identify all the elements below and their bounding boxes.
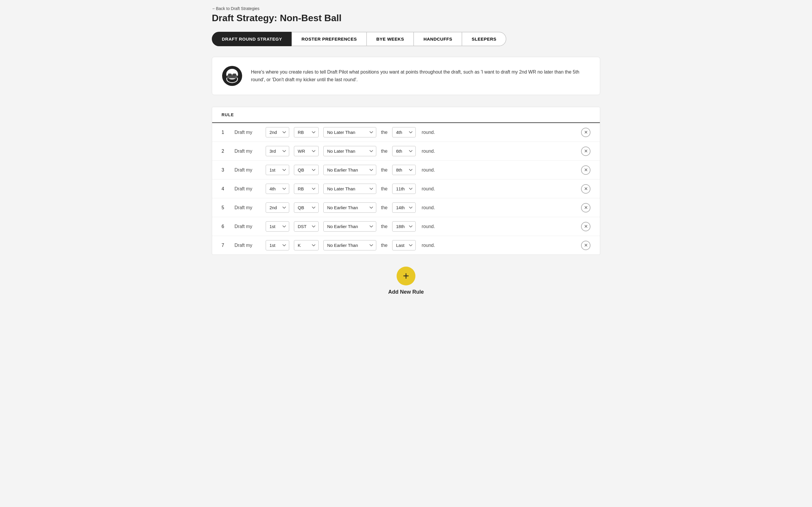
rule-1-condition-select[interactable]: No Later ThanNo Earlier Than (323, 127, 376, 137)
rule-7-position-select[interactable]: QBRBWRTEKDSTFLEX (294, 240, 318, 250)
draft-my-label: Draft my (234, 167, 261, 173)
rule-number: 1 (222, 130, 230, 135)
the-label: the (381, 205, 388, 210)
rule-5-round-select[interactable]: 1st2nd3rd4th5th6th7th8th9th10th11th12th1… (392, 203, 416, 213)
rule-number: 3 (222, 167, 230, 173)
rule-2-round-select[interactable]: 1st2nd3rd4th5th6th7th8th9th10th11th12th1… (392, 146, 416, 156)
rule-4-condition-select[interactable]: No Later ThanNo Earlier Than (323, 184, 376, 194)
rule-number: 6 (222, 224, 230, 229)
tab-roster-preferences[interactable]: ROSTER PREFERENCES (292, 32, 366, 46)
add-rule-button[interactable]: + (397, 267, 415, 285)
rule-row: 6Draft my1st2nd3rd4th5th6th7th8th9th10th… (212, 217, 600, 236)
rule-1-ordinal-select[interactable]: 1st2nd3rd4th5th6th7th8th9th10th (266, 127, 289, 137)
round-label: round. (422, 167, 435, 173)
rule-6-delete-button[interactable]: ✕ (581, 222, 590, 231)
rule-7-condition-select[interactable]: No Later ThanNo Earlier Than (323, 240, 376, 250)
rule-4-delete-button[interactable]: ✕ (581, 184, 590, 193)
the-label: the (381, 186, 388, 191)
page-title: Draft Strategy: Non-Best Ball (212, 13, 600, 23)
rules-header: RULE (212, 107, 600, 123)
rule-4-ordinal-select[interactable]: 1st2nd3rd4th5th6th7th8th9th10th (266, 184, 289, 194)
tabs-row: DRAFT ROUND STRATEGYROSTER PREFERENCESBY… (212, 32, 600, 46)
draft-my-label: Draft my (234, 205, 261, 210)
rule-4-round-select[interactable]: 1st2nd3rd4th5th6th7th8th9th10th11th12th1… (392, 184, 416, 194)
rule-2-delete-button[interactable]: ✕ (581, 147, 590, 156)
rule-5-condition-select[interactable]: No Later ThanNo Earlier Than (323, 203, 376, 213)
rules-list: 1Draft my1st2nd3rd4th5th6th7th8th9th10th… (212, 123, 600, 255)
rule-row: 1Draft my1st2nd3rd4th5th6th7th8th9th10th… (212, 123, 600, 142)
rule-number: 5 (222, 205, 230, 210)
tab-draft-round-strategy[interactable]: DRAFT ROUND STRATEGY (212, 32, 292, 46)
rule-1-round-select[interactable]: 1st2nd3rd4th5th6th7th8th9th10th11th12th1… (392, 127, 416, 137)
rule-6-condition-select[interactable]: No Later ThanNo Earlier Than (323, 221, 376, 232)
rule-row: 2Draft my1st2nd3rd4th5th6th7th8th9th10th… (212, 142, 600, 161)
tab-bye-weeks[interactable]: BYE WEEKS (366, 32, 414, 46)
the-label: the (381, 224, 388, 229)
round-label: round. (422, 205, 435, 210)
rule-7-delete-button[interactable]: ✕ (581, 241, 590, 250)
rule-number: 2 (222, 149, 230, 154)
rule-6-ordinal-select[interactable]: 1st2nd3rd4th5th6th7th8th9th10th (266, 221, 289, 232)
rule-5-position-select[interactable]: QBRBWRTEKDSTFLEX (294, 203, 318, 213)
rule-5-ordinal-select[interactable]: 1st2nd3rd4th5th6th7th8th9th10th (266, 203, 289, 213)
rule-3-ordinal-select[interactable]: 1st2nd3rd4th5th6th7th8th9th10th (266, 165, 289, 175)
round-label: round. (422, 224, 435, 229)
rule-2-ordinal-select[interactable]: 1st2nd3rd4th5th6th7th8th9th10th (266, 146, 289, 156)
rule-1-position-select[interactable]: QBRBWRTEKDSTFLEX (294, 127, 318, 137)
rule-5-delete-button[interactable]: ✕ (581, 203, 590, 213)
rule-row: 7Draft my1st2nd3rd4th5th6th7th8th9th10th… (212, 236, 600, 255)
svg-rect-7 (233, 73, 236, 76)
rules-section: RULE 1Draft my1st2nd3rd4th5th6th7th8th9t… (212, 107, 600, 255)
tab-handcuffs[interactable]: HANDCUFFS (413, 32, 462, 46)
draft-my-label: Draft my (234, 149, 261, 154)
draft-my-label: Draft my (234, 243, 261, 248)
the-label: the (381, 149, 388, 154)
rule-number: 4 (222, 186, 230, 191)
rule-1-delete-button[interactable]: ✕ (581, 128, 590, 137)
rule-3-position-select[interactable]: QBRBWRTEKDSTFLEX (294, 165, 318, 175)
rule-row: 5Draft my1st2nd3rd4th5th6th7th8th9th10th… (212, 198, 600, 217)
draft-my-label: Draft my (234, 224, 261, 229)
rule-3-condition-select[interactable]: No Later ThanNo Earlier Than (323, 165, 376, 175)
round-label: round. (422, 243, 435, 248)
tab-sleepers[interactable]: SLEEPERS (462, 32, 506, 46)
rule-2-condition-select[interactable]: No Later ThanNo Earlier Than (323, 146, 376, 156)
svg-rect-6 (228, 73, 232, 76)
info-text: Here's where you create rules to tell Dr… (251, 68, 590, 83)
the-label: the (381, 167, 388, 173)
rule-4-position-select[interactable]: QBRBWRTEKDSTFLEX (294, 184, 318, 194)
rule-6-round-select[interactable]: 1st2nd3rd4th5th6th7th8th9th10th11th12th1… (392, 221, 416, 232)
add-rule-section: + Add New Rule (212, 255, 600, 301)
rule-row: 4Draft my1st2nd3rd4th5th6th7th8th9th10th… (212, 179, 600, 198)
avatar-icon (222, 65, 243, 87)
rule-7-round-select[interactable]: 1st2nd3rd4th5th6th7th8th9th10th11th12th1… (392, 240, 416, 250)
add-rule-label: Add New Rule (388, 289, 424, 295)
round-label: round. (422, 130, 435, 135)
back-link[interactable]: ←Back to Draft Strategies (212, 6, 259, 11)
rule-3-round-select[interactable]: 1st2nd3rd4th5th6th7th8th9th10th11th12th1… (392, 165, 416, 175)
rule-number: 7 (222, 243, 230, 248)
info-box: Here's where you create rules to tell Dr… (212, 57, 600, 95)
rule-7-ordinal-select[interactable]: 1st2nd3rd4th5th6th7th8th9th10th (266, 240, 289, 250)
rule-2-position-select[interactable]: QBRBWRTEKDSTFLEX (294, 146, 318, 156)
round-label: round. (422, 186, 435, 191)
rule-6-position-select[interactable]: QBRBWRTEKDSTFLEX (294, 221, 318, 232)
the-label: the (381, 130, 388, 135)
round-label: round. (422, 149, 435, 154)
draft-my-label: Draft my (234, 186, 261, 191)
the-label: the (381, 243, 388, 248)
rule-row: 3Draft my1st2nd3rd4th5th6th7th8th9th10th… (212, 161, 600, 179)
rule-3-delete-button[interactable]: ✕ (581, 165, 590, 175)
draft-my-label: Draft my (234, 130, 261, 135)
